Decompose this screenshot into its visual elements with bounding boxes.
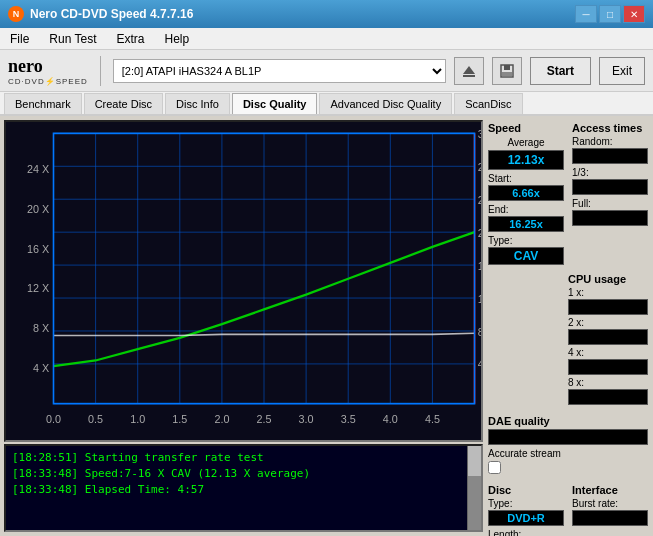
title-bar-text: Nero CD-DVD Speed 4.7.7.16: [30, 7, 193, 21]
random-value: [572, 148, 648, 164]
svg-text:1.5: 1.5: [172, 413, 187, 425]
log-entry-2: [18:33:48] Elapsed Time: 4:57: [12, 482, 461, 498]
svg-rect-3: [504, 65, 510, 70]
save-icon: [499, 63, 515, 79]
cpu-title: CPU usage: [568, 273, 648, 285]
svg-text:16: 16: [478, 259, 481, 271]
svg-rect-4: [502, 72, 512, 76]
svg-text:20 X: 20 X: [27, 203, 50, 215]
minimize-button[interactable]: ─: [575, 5, 597, 23]
title-bar: N Nero CD-DVD Speed 4.7.7.16 ─ □ ✕: [0, 0, 653, 28]
random-label: Random:: [572, 136, 648, 147]
log-entry-1: [18:33:48] Speed:7-16 X CAV (12.13 X ave…: [12, 466, 461, 482]
cpu-1x-value: [568, 299, 648, 315]
tab-bar: Benchmark Create Disc Disc Info Disc Qua…: [0, 92, 653, 116]
accurate-stream-checkbox[interactable]: [488, 461, 501, 474]
menu-run-test[interactable]: Run Test: [43, 30, 102, 48]
dae-panel: DAE quality Accurate stream: [485, 413, 651, 478]
cpu-2x-value: [568, 329, 648, 345]
speed-average-value: 12.13x: [488, 150, 564, 170]
eject-icon: [461, 63, 477, 79]
main-content: 24 X 20 X 16 X 12 X 8 X 4 X 32 28 24 20 …: [0, 116, 653, 536]
accurate-stream-label: Accurate stream: [488, 448, 648, 459]
cpu-1x-label: 1 x:: [568, 287, 648, 298]
log-area: [18:28:51] Starting transfer rate test […: [4, 444, 483, 532]
disc-length-label: Length:: [488, 529, 564, 536]
tab-advanced-disc-quality[interactable]: Advanced Disc Quality: [319, 93, 452, 114]
menu-extra[interactable]: Extra: [110, 30, 150, 48]
tab-disc-info[interactable]: Disc Info: [165, 93, 230, 114]
start-button[interactable]: Start: [530, 57, 591, 85]
cpu-8x-value: [568, 389, 648, 405]
close-button[interactable]: ✕: [623, 5, 645, 23]
svg-text:0.5: 0.5: [88, 413, 103, 425]
speed-title: Speed: [488, 122, 564, 134]
cpu-4x-value: [568, 359, 648, 375]
burst-rate-label: Burst rate:: [572, 498, 648, 509]
svg-text:24: 24: [478, 194, 481, 206]
app-icon: N: [8, 6, 24, 22]
svg-marker-0: [463, 66, 475, 74]
disc-type-value: DVD+R: [488, 510, 564, 526]
svg-text:8: 8: [478, 325, 481, 337]
menu-file[interactable]: File: [4, 30, 35, 48]
disc-panel: Disc Type: DVD+R Length: 4.38 GB: [485, 482, 567, 536]
svg-text:32: 32: [478, 128, 481, 140]
cpu-2x-label: 2 x:: [568, 317, 648, 328]
svg-text:3.5: 3.5: [341, 413, 356, 425]
full-label: Full:: [572, 198, 648, 209]
speed-end-label: End:: [488, 204, 564, 215]
svg-text:0.0: 0.0: [46, 413, 61, 425]
interface-title: Interface: [572, 484, 648, 496]
svg-text:4.5: 4.5: [425, 413, 440, 425]
save-button[interactable]: [492, 57, 522, 85]
exit-button[interactable]: Exit: [599, 57, 645, 85]
svg-text:8 X: 8 X: [33, 322, 50, 334]
tab-scandisc[interactable]: ScanDisc: [454, 93, 522, 114]
svg-text:3.0: 3.0: [299, 413, 314, 425]
drive-select[interactable]: [2:0] ATAPI iHAS324 A BL1P: [113, 59, 446, 83]
title-bar-controls[interactable]: ─ □ ✕: [575, 5, 645, 23]
toolbar: nero CD·DVD⚡SPEED [2:0] ATAPI iHAS324 A …: [0, 50, 653, 92]
speed-end-value: 16.25x: [488, 216, 564, 232]
svg-text:12: 12: [478, 292, 481, 304]
svg-text:12 X: 12 X: [27, 282, 50, 294]
svg-rect-1: [463, 75, 475, 77]
eject-button[interactable]: [454, 57, 484, 85]
log-entry-0: [18:28:51] Starting transfer rate test: [12, 450, 461, 466]
cpu-panel: CPU usage 1 x: 2 x: 4 x: 8 x:: [565, 271, 651, 409]
cpu-4x-label: 4 x:: [568, 347, 648, 358]
nero-logo-subtitle: CD·DVD⚡SPEED: [8, 77, 88, 86]
title-bar-left: N Nero CD-DVD Speed 4.7.7.16: [8, 6, 193, 22]
disc-type-label: Type:: [488, 498, 564, 509]
svg-rect-5: [6, 122, 481, 440]
speed-type-value: CAV: [488, 247, 564, 265]
nero-logo: nero CD·DVD⚡SPEED: [8, 56, 88, 86]
svg-text:24 X: 24 X: [27, 163, 50, 175]
cpu-access-row: CPU usage 1 x: 2 x: 4 x: 8 x:: [485, 271, 651, 409]
maximize-button[interactable]: □: [599, 5, 621, 23]
one-third-value: [572, 179, 648, 195]
right-panel: Speed Average 12.13x Start: 6.66x End: 1…: [483, 116, 653, 536]
one-third-label: 1/3:: [572, 167, 648, 178]
tab-create-disc[interactable]: Create Disc: [84, 93, 163, 114]
speed-panel: Speed Average 12.13x Start: 6.66x End: 1…: [485, 120, 567, 267]
access-times-panel: Access times Random: 1/3: Full:: [569, 120, 651, 267]
speed-start-label: Start:: [488, 173, 564, 184]
tab-benchmark[interactable]: Benchmark: [4, 93, 82, 114]
menu-help[interactable]: Help: [159, 30, 196, 48]
tab-disc-quality[interactable]: Disc Quality: [232, 93, 318, 114]
accurate-stream-row: [488, 461, 648, 476]
speed-start-value: 6.66x: [488, 185, 564, 201]
disc-title: Disc: [488, 484, 564, 496]
full-value: [572, 210, 648, 226]
speed-type-label: Type:: [488, 235, 564, 246]
menu-bar: File Run Test Extra Help: [0, 28, 653, 50]
svg-text:2.0: 2.0: [214, 413, 229, 425]
toolbar-divider: [100, 56, 101, 86]
log-scrollbar[interactable]: [467, 446, 481, 530]
log-entries: [18:28:51] Starting transfer rate test […: [6, 446, 467, 530]
chart-svg: 24 X 20 X 16 X 12 X 8 X 4 X 32 28 24 20 …: [6, 122, 481, 440]
dae-value: [488, 429, 648, 445]
chart-container: 24 X 20 X 16 X 12 X 8 X 4 X 32 28 24 20 …: [4, 120, 483, 442]
